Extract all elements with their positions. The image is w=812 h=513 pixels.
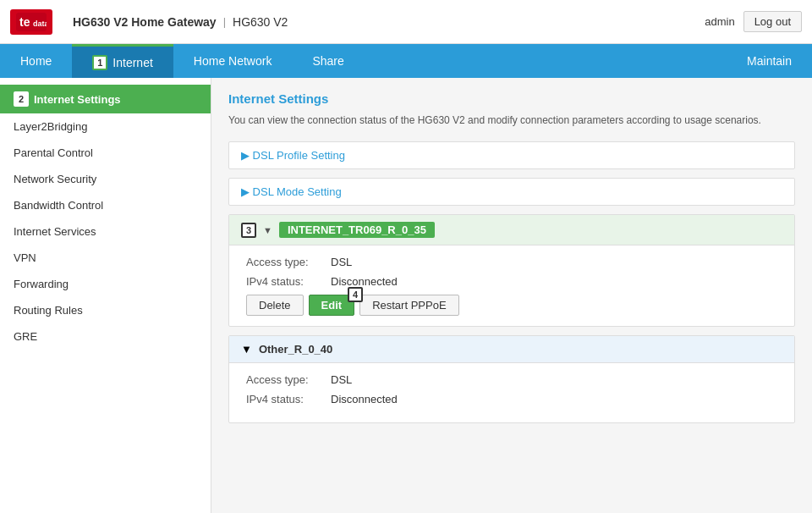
header: te data HG630 V2 Home Gateway | HG630 V2…: [0, 0, 812, 44]
sidebar-item-internet-settings[interactable]: 2 Internet Settings: [0, 85, 211, 113]
nav-item-home[interactable]: Home: [0, 44, 72, 78]
sidebar-label-internet-settings: Internet Settings: [34, 93, 121, 106]
main-layout: 2 Internet Settings Layer2Bridging Paren…: [0, 78, 812, 513]
sidebar-label-bandwidth-control: Bandwidth Control: [14, 199, 103, 212]
connection-2-arrow: ▼: [241, 343, 252, 356]
dsl-mode-label: ▶ DSL Mode Setting: [241, 185, 342, 198]
sidebar-label-layer2bridging: Layer2Bridging: [14, 120, 87, 133]
sidebar-label-vpn: VPN: [14, 251, 36, 264]
nav-item-home-network[interactable]: Home Network: [173, 44, 293, 78]
logout-button[interactable]: Log out: [743, 11, 802, 32]
dsl-mode-panel: ▶ DSL Mode Setting: [228, 178, 795, 206]
connection-1-access-type-value: DSL: [331, 256, 352, 268]
nav-item-maintain[interactable]: Maintain: [727, 44, 812, 78]
sidebar-label-gre: GRE: [14, 330, 37, 343]
connection-1-header[interactable]: 3 ▼ INTERNET_TR069_R_0_35: [229, 215, 794, 245]
sidebar-item-bandwidth-control[interactable]: Bandwidth Control: [0, 192, 211, 218]
delete-button-1[interactable]: Delete: [246, 295, 304, 316]
sidebar-item-gre[interactable]: GRE: [0, 323, 211, 350]
content-title: Internet Settings: [228, 91, 795, 106]
connection-1-ipv4-value: Disconnected: [331, 275, 398, 288]
sidebar: 2 Internet Settings Layer2Bridging Paren…: [0, 78, 211, 513]
gateway-title: HG630 V2 Home Gateway: [73, 15, 217, 29]
connection-2: ▼ Other_R_0_40 Access type: DSL IPv4 sta…: [228, 335, 795, 423]
sidebar-label-routing-rules: Routing Rules: [14, 304, 83, 317]
sidebar-item-routing-rules[interactable]: Routing Rules: [0, 297, 211, 323]
connection-1-access-type-row: Access type: DSL: [246, 256, 777, 268]
connection-1: 3 ▼ INTERNET_TR069_R_0_35 Access type: D…: [228, 214, 795, 327]
nav-item-internet[interactable]: 1 Internet: [72, 44, 173, 78]
dsl-profile-panel: ▶ DSL Profile Setting: [228, 141, 795, 169]
sidebar-label-internet-services: Internet Services: [14, 225, 96, 238]
connection-1-actions: Delete Edit 4 Restart PPPoE: [246, 295, 777, 316]
svg-text:te: te: [19, 15, 30, 29]
sidebar-item-network-security[interactable]: Network Security: [0, 166, 211, 192]
connection-2-name: Other_R_0_40: [259, 343, 332, 356]
sidebar-item-forwarding[interactable]: Forwarding: [0, 271, 211, 297]
nav-label-share: Share: [312, 54, 343, 68]
nav-label-internet: Internet: [112, 56, 152, 69]
sidebar-item-parental-control[interactable]: Parental Control: [0, 140, 211, 166]
connection-1-badge: 3: [241, 223, 256, 238]
nav-item-share[interactable]: Share: [292, 44, 364, 78]
connection-2-access-type-value: DSL: [331, 373, 352, 386]
dsl-profile-label: ▶ DSL Profile Setting: [241, 149, 345, 162]
nav-label-home-network: Home Network: [194, 54, 272, 68]
connection-1-name: INTERNET_TR069_R_0_35: [279, 222, 435, 238]
main-nav: Home 1 Internet Home Network Share Maint…: [0, 44, 812, 78]
logo-icon: te data: [16, 13, 47, 31]
svg-text:data: data: [33, 19, 47, 28]
nav-label-home: Home: [20, 54, 52, 68]
gateway-model: HG630 V2: [233, 15, 288, 29]
header-right: admin Log out: [705, 11, 802, 32]
connection-2-details: Access type: DSL IPv4 status: Disconnect…: [229, 363, 794, 422]
connection-2-access-type-row: Access type: DSL: [246, 373, 777, 386]
connection-2-header[interactable]: ▼ Other_R_0_40: [229, 336, 794, 363]
nav-label-maintain: Maintain: [747, 54, 792, 68]
sidebar-label-forwarding: Forwarding: [14, 278, 69, 290]
connection-1-ipv4-row: IPv4 status: Disconnected: [246, 275, 777, 288]
sidebar-badge-internet-settings: 2: [14, 91, 29, 107]
restart-button-1[interactable]: Restart PPPoE: [359, 295, 458, 316]
connection-2-access-type-label: Access type:: [246, 373, 331, 386]
connection-2-ipv4-value: Disconnected: [331, 393, 398, 405]
connection-1-ipv4-label: IPv4 status:: [246, 275, 331, 288]
dsl-profile-header[interactable]: ▶ DSL Profile Setting: [229, 142, 794, 168]
content-area: Internet Settings You can view the conne…: [211, 78, 812, 513]
sidebar-item-vpn[interactable]: VPN: [0, 245, 211, 271]
admin-label: admin: [705, 15, 734, 28]
connection-1-details: Access type: DSL IPv4 status: Disconnect…: [229, 245, 794, 326]
edit-button-wrapper-1: Edit 4: [309, 295, 355, 316]
nav-badge-internet: 1: [92, 55, 107, 70]
sidebar-label-network-security: Network Security: [14, 173, 96, 185]
sidebar-label-parental-control: Parental Control: [14, 146, 93, 159]
logo: te data: [10, 9, 52, 35]
dsl-mode-header[interactable]: ▶ DSL Mode Setting: [229, 179, 794, 205]
connection-1-access-type-label: Access type:: [246, 256, 331, 268]
logo-box: te data: [10, 9, 52, 35]
connection-2-ipv4-label: IPv4 status:: [246, 393, 331, 405]
connection-1-arrow: ▼: [263, 225, 272, 235]
edit-badge-1: 4: [348, 287, 363, 302]
sidebar-item-layer2bridging[interactable]: Layer2Bridging: [0, 113, 211, 140]
connection-2-ipv4-row: IPv4 status: Disconnected: [246, 393, 777, 405]
sidebar-item-internet-services[interactable]: Internet Services: [0, 218, 211, 245]
gateway-divider: |: [223, 15, 226, 28]
content-description: You can view the connection status of th…: [228, 113, 795, 128]
